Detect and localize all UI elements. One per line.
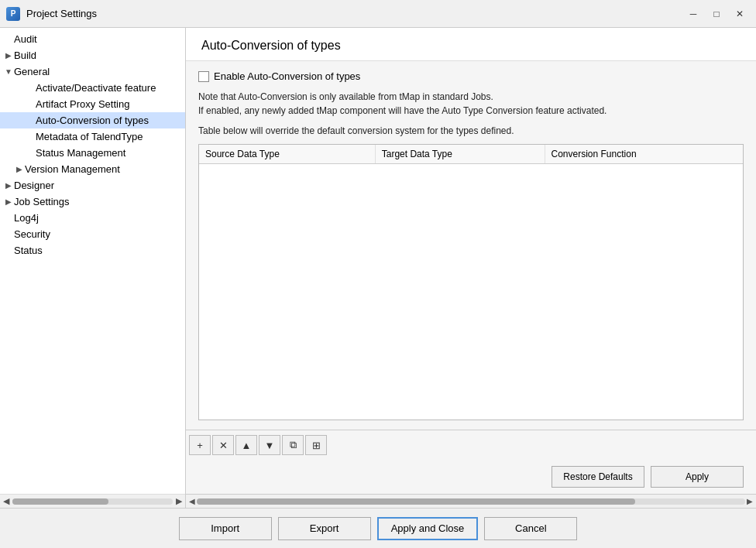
down-toolbar-button[interactable]: ▼	[259, 435, 280, 455]
tree-label-build: Build	[14, 50, 182, 61]
title-bar: P Project Settings ─ □ ✕	[0, 0, 756, 28]
add-toolbar-button[interactable]: +	[189, 435, 211, 455]
table-description: Table below will override the default co…	[198, 125, 744, 136]
tree-item-general[interactable]: ▼ General	[0, 63, 185, 80]
col-target: Target Data Type	[375, 145, 545, 164]
content-scroll-right-icon[interactable]: ▶	[747, 497, 753, 505]
bottom-bar: Import Export Apply and Close Cancel	[0, 508, 756, 548]
main-container: Audit ▶ Build ▼ General Activate/Deactiv…	[0, 28, 756, 508]
window-title: Project Settings	[26, 8, 683, 19]
tree-hscrollbar[interactable]: ◀ ▶	[0, 494, 185, 508]
col-function: Conversion Function	[545, 145, 743, 164]
tree-arrow-general: ▼	[3, 67, 14, 76]
tree-label-statusroot: Status	[14, 245, 182, 256]
tree-arrow-version: ▶	[14, 165, 25, 173]
tree-label-audit: Audit	[14, 33, 182, 45]
content-scroll-track	[197, 498, 745, 505]
window-controls: ─ □ ✕	[683, 5, 750, 22]
import-button[interactable]: Import	[179, 517, 272, 540]
tree-label-metadata: Metadata of TalendType	[36, 131, 182, 142]
table-toolbar: +✕▲▼⧉⊞	[186, 430, 756, 460]
remove-toolbar-button[interactable]: ✕	[212, 435, 234, 455]
apply-button[interactable]: Apply	[651, 466, 744, 488]
tree-item-security[interactable]: Security	[0, 226, 185, 242]
up-toolbar-button[interactable]: ▲	[235, 435, 257, 455]
tree-arrow-jobsettings: ▶	[3, 197, 14, 206]
content-title: Auto-Conversion of types	[186, 28, 756, 61]
tree-item-build[interactable]: ▶ Build	[0, 47, 185, 63]
tree-label-jobsettings: Job Settings	[14, 196, 182, 207]
tree-item-artifact[interactable]: Artifact Proxy Setting	[0, 96, 185, 112]
info-text: Note that Auto-Conversion is only availa…	[198, 90, 744, 118]
tree-label-security: Security	[14, 228, 182, 240]
col-source: Source Data Type	[199, 145, 375, 164]
tree-item-statusroot[interactable]: Status	[0, 242, 185, 259]
restore-defaults-button[interactable]: Restore Defaults	[552, 466, 644, 488]
content-scroll-left-icon[interactable]: ◀	[189, 497, 195, 505]
tree-item-activate[interactable]: Activate/Deactivate feature	[0, 80, 185, 96]
tree-label-activate: Activate/Deactivate feature	[36, 82, 182, 94]
action-row: Restore Defaults Apply	[186, 460, 756, 494]
content-panel: Auto-Conversion of types Enable Auto-Con…	[186, 28, 756, 508]
content-scroll-thumb	[197, 498, 635, 505]
tree-label-artifact: Artifact Proxy Setting	[36, 98, 182, 110]
tree-item-version[interactable]: ▶ Version Management	[0, 161, 185, 177]
tree-arrow-designer: ▶	[3, 181, 14, 190]
tree-item-audit[interactable]: Audit	[0, 31, 185, 47]
tree-scroll-track	[12, 498, 173, 505]
tree-scroll[interactable]: Audit ▶ Build ▼ General Activate/Deactiv…	[0, 28, 185, 494]
copy-toolbar-button[interactable]: ⧉	[282, 435, 304, 455]
data-table: Source Data Type Target Data Type Conver…	[199, 145, 743, 164]
enable-checkbox-row[interactable]: Enable Auto-Conversion of types	[198, 70, 744, 82]
tree-item-status[interactable]: Status Management	[0, 145, 185, 161]
tree-label-log4j: Log4j	[14, 212, 182, 224]
data-table-container: Source Data Type Target Data Type Conver…	[198, 144, 744, 420]
tree-scroll-thumb	[12, 498, 108, 505]
maximize-button[interactable]: □	[706, 5, 727, 22]
paste-toolbar-button[interactable]: ⊞	[305, 435, 327, 455]
tree-item-autoconv[interactable]: Auto-Conversion of types	[0, 112, 185, 128]
info-line1: Note that Auto-Conversion is only availa…	[198, 90, 744, 104]
enable-checkbox[interactable]	[198, 71, 209, 82]
app-icon: P	[6, 7, 20, 21]
cancel-button[interactable]: Cancel	[484, 517, 577, 540]
tree-item-metadata[interactable]: Metadata of TalendType	[0, 128, 185, 145]
tree-label-designer: Designer	[14, 180, 182, 191]
tree-label-status: Status Management	[36, 147, 182, 159]
close-button[interactable]: ✕	[730, 5, 750, 22]
content-body: Enable Auto-Conversion of types Note tha…	[186, 61, 756, 430]
tree-arrow-build: ▶	[3, 51, 14, 60]
enable-checkbox-label: Enable Auto-Conversion of types	[214, 70, 360, 82]
minimize-button[interactable]: ─	[683, 5, 703, 22]
tree-panel: Audit ▶ Build ▼ General Activate/Deactiv…	[0, 28, 186, 508]
content-hscrollbar[interactable]: ◀ ▶	[186, 494, 756, 508]
tree-scroll-right-icon[interactable]: ▶	[176, 496, 182, 506]
tree-scroll-left-icon[interactable]: ◀	[3, 496, 9, 506]
tree-label-autoconv: Auto-Conversion of types	[36, 115, 182, 126]
tree-label-version: Version Management	[25, 163, 182, 175]
tree-item-designer[interactable]: ▶ Designer	[0, 177, 185, 194]
export-button[interactable]: Export	[278, 517, 371, 540]
tree-item-log4j[interactable]: Log4j	[0, 210, 185, 226]
apply-close-button[interactable]: Apply and Close	[377, 517, 479, 540]
tree-label-general: General	[14, 66, 182, 77]
info-line2: If enabled, any newly added tMap compone…	[198, 104, 744, 118]
tree-item-jobsettings[interactable]: ▶ Job Settings	[0, 194, 185, 210]
